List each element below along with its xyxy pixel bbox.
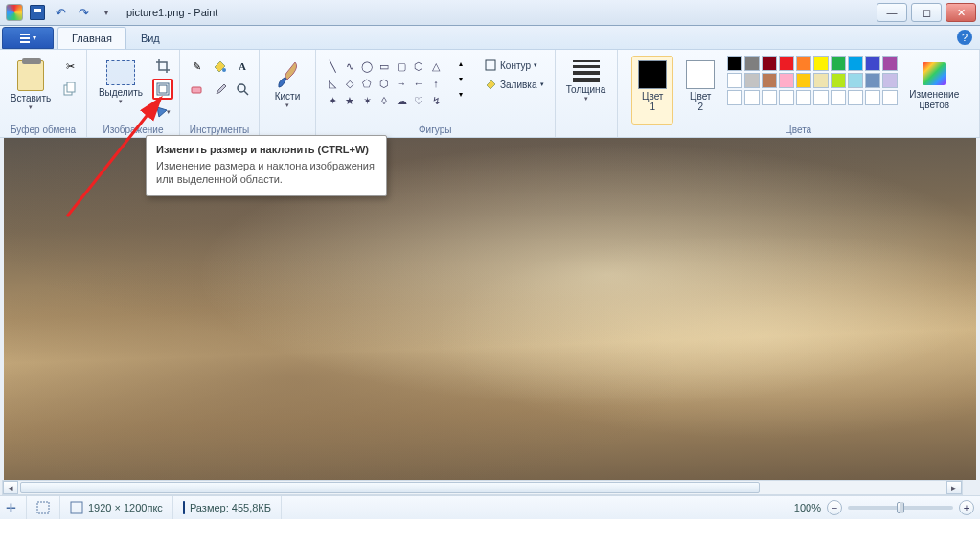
color2-button[interactable]: Цвет 2 bbox=[679, 56, 721, 125]
text-tool[interactable]: A bbox=[232, 56, 253, 77]
undo-button[interactable]: ↶ bbox=[50, 2, 71, 23]
palette-color[interactable] bbox=[848, 56, 863, 71]
palette-color[interactable] bbox=[744, 56, 760, 71]
eraser-tool[interactable] bbox=[186, 79, 207, 100]
file-menu-button[interactable]: ▾ bbox=[2, 27, 54, 49]
svg-rect-3 bbox=[159, 85, 167, 93]
palette-color[interactable] bbox=[882, 90, 898, 105]
shapes-scroll-up[interactable]: ▴ bbox=[450, 56, 471, 71]
copy-icon bbox=[63, 82, 77, 96]
rotate-button[interactable]: ▾ bbox=[152, 102, 173, 123]
edit-colors-label: Изменение цветов bbox=[909, 89, 959, 110]
group-tools: ✎ A Инструменты bbox=[180, 50, 260, 137]
edit-colors-button[interactable]: Изменение цветов bbox=[903, 56, 965, 125]
redo-button[interactable]: ↷ bbox=[73, 2, 94, 23]
shapes-scroll-down[interactable]: ▾ bbox=[450, 71, 471, 86]
palette-color[interactable] bbox=[865, 73, 880, 88]
crop-icon bbox=[156, 59, 170, 73]
fill-tool[interactable] bbox=[209, 56, 230, 77]
palette-color[interactable] bbox=[779, 56, 794, 71]
size-button[interactable]: Толщина ▾ bbox=[561, 56, 611, 125]
palette-color[interactable] bbox=[727, 90, 742, 105]
minimize-button[interactable]: — bbox=[877, 3, 907, 22]
palette-color[interactable] bbox=[762, 90, 777, 105]
palette-color[interactable] bbox=[762, 56, 777, 71]
palette-color[interactable] bbox=[727, 56, 742, 71]
palette-color[interactable] bbox=[744, 73, 760, 88]
zoom-tool[interactable] bbox=[232, 79, 253, 100]
zoom-slider[interactable] bbox=[848, 506, 953, 510]
help-button[interactable]: ? bbox=[957, 30, 972, 45]
tab-home-label: Главная bbox=[72, 33, 112, 44]
palette-color[interactable] bbox=[831, 90, 846, 105]
shape-outline-label: Контур bbox=[500, 60, 531, 71]
qat-customize[interactable]: ▾ bbox=[96, 2, 117, 23]
tab-home[interactable]: Главная bbox=[57, 27, 126, 49]
zoom-slider-thumb[interactable] bbox=[897, 502, 904, 513]
svg-rect-10 bbox=[923, 62, 946, 85]
palette-color[interactable] bbox=[762, 73, 777, 88]
select-button[interactable]: Выделить ▾ bbox=[93, 56, 148, 125]
palette-color[interactable] bbox=[865, 90, 880, 105]
chevron-down-icon: ▾ bbox=[584, 95, 588, 102]
group-size-label bbox=[584, 125, 587, 137]
palette-color[interactable] bbox=[882, 56, 898, 71]
group-brushes: Кисти ▾ bbox=[260, 50, 316, 137]
palette-color[interactable] bbox=[882, 73, 898, 88]
palette-color[interactable] bbox=[727, 73, 742, 88]
zoom-out-button[interactable]: − bbox=[827, 500, 842, 515]
scrollbar-thumb[interactable] bbox=[20, 482, 760, 493]
palette-color[interactable] bbox=[796, 90, 811, 105]
svg-point-5 bbox=[222, 68, 226, 72]
palette-color[interactable] bbox=[848, 90, 863, 105]
palette-color[interactable] bbox=[831, 56, 846, 71]
edit-colors-icon bbox=[921, 60, 947, 87]
save-button[interactable] bbox=[27, 2, 48, 23]
shape-rect-icon: ▭ bbox=[376, 58, 392, 74]
copy-button[interactable] bbox=[59, 79, 80, 100]
zoom-in-button[interactable]: + bbox=[959, 500, 974, 515]
scroll-right-button[interactable]: ▸ bbox=[946, 481, 962, 494]
shape-callout-icon: ◊ bbox=[376, 93, 392, 108]
bucket-icon bbox=[213, 59, 226, 73]
cut-button[interactable]: ✂ bbox=[59, 56, 80, 77]
app-icon[interactable] bbox=[4, 2, 25, 23]
shapes-expand[interactable]: ▾ bbox=[450, 86, 471, 102]
scroll-left-button[interactable]: ◂ bbox=[3, 481, 18, 494]
size-label: Толщина bbox=[566, 84, 605, 95]
palette-color[interactable] bbox=[779, 90, 794, 105]
palette-color[interactable] bbox=[744, 90, 760, 105]
palette-color[interactable] bbox=[813, 56, 829, 71]
picker-tool[interactable] bbox=[209, 79, 230, 100]
palette-color[interactable] bbox=[796, 73, 811, 88]
maximize-button[interactable]: ◻ bbox=[911, 3, 942, 22]
select-icon bbox=[106, 60, 135, 85]
resize-button[interactable] bbox=[152, 79, 173, 100]
magnifier-icon bbox=[236, 82, 249, 96]
palette-color[interactable] bbox=[813, 90, 829, 105]
palette-color[interactable] bbox=[831, 73, 846, 88]
palette-color[interactable] bbox=[848, 73, 863, 88]
palette-color[interactable] bbox=[779, 73, 794, 88]
zoom-value: 100% bbox=[794, 502, 821, 513]
shape-fill-button[interactable]: Заливка ▾ bbox=[479, 75, 549, 94]
paste-label: Вставить bbox=[11, 93, 51, 103]
status-file-size: Размер: 455,8КБ bbox=[173, 496, 282, 519]
horizontal-scrollbar[interactable]: ◂ ▸ bbox=[2, 480, 963, 495]
shape-outline-button[interactable]: Контур ▾ bbox=[479, 56, 549, 75]
chevron-down-icon: ▾ bbox=[104, 9, 108, 17]
paste-button[interactable]: Вставить ▾ bbox=[6, 56, 56, 125]
crop-button[interactable] bbox=[152, 56, 173, 77]
maximize-icon: ◻ bbox=[923, 7, 931, 19]
palette-color[interactable] bbox=[796, 56, 811, 71]
tab-view[interactable]: Вид bbox=[126, 27, 174, 49]
chevron-right-icon: ▸ bbox=[951, 482, 957, 494]
palette-color[interactable] bbox=[865, 56, 880, 71]
close-button[interactable]: ✕ bbox=[946, 3, 976, 22]
pencil-tool[interactable]: ✎ bbox=[186, 56, 207, 77]
palette-color[interactable] bbox=[813, 73, 829, 88]
color1-button[interactable]: Цвет 1 bbox=[631, 56, 673, 125]
shapes-gallery[interactable]: ╲ ∿ ◯ ▭ ▢ ⬡ △ ◺ ◇ ⬠ ⬡ → ← ↑ ✦ ★ ✶ bbox=[322, 56, 446, 111]
shape-arrow-r-icon: → bbox=[394, 76, 409, 91]
brushes-button[interactable]: Кисти ▾ bbox=[265, 56, 309, 125]
